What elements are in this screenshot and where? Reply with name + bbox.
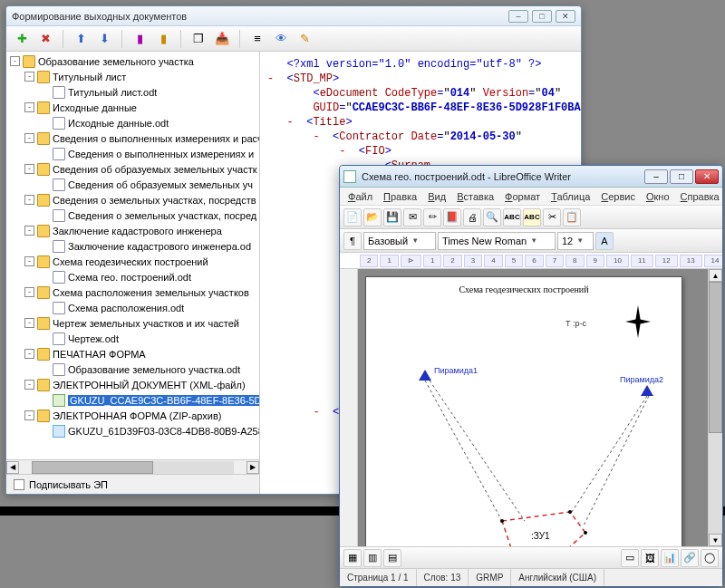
- tree-item[interactable]: -Схема расположения земельных участков: [6, 284, 259, 300]
- tree-toggle[interactable]: -: [24, 318, 34, 328]
- styles-button[interactable]: ¶: [343, 232, 362, 250]
- tree-toggle[interactable]: -: [24, 349, 34, 359]
- pdf-button[interactable]: 📕: [443, 208, 461, 227]
- save-button[interactable]: 💾: [383, 208, 401, 227]
- highlight-button[interactable]: A: [595, 232, 614, 250]
- horizontal-ruler[interactable]: 21⊳123456789101112131415161718: [340, 253, 722, 269]
- shape-button[interactable]: ◯: [701, 549, 719, 567]
- tree-item[interactable]: Схема гео. построений.odt: [6, 269, 259, 284]
- scroll-track[interactable]: [709, 282, 722, 534]
- tree-item[interactable]: Заключение кадастрового инженера.od: [6, 238, 259, 254]
- print-button[interactable]: 🖨: [463, 208, 481, 227]
- minimize-button[interactable]: –: [508, 10, 528, 23]
- columns-button[interactable]: ▥: [363, 549, 382, 567]
- font-select[interactable]: Times New Roman▼: [438, 232, 556, 250]
- tree-item[interactable]: -ПЕЧАТНАЯ ФОРМА: [6, 346, 259, 361]
- paste-button[interactable]: 📥: [212, 29, 232, 49]
- tree-item[interactable]: -Сведения об образуемых земельных участк: [6, 161, 259, 177]
- scroll-thumb[interactable]: [32, 461, 153, 474]
- menu-item[interactable]: Вид: [423, 189, 450, 204]
- document-tree[interactable]: -Образование земельного участка-Титульны…: [6, 52, 259, 459]
- edit-button[interactable]: ✏: [423, 208, 441, 227]
- maximize-button[interactable]: □: [532, 10, 552, 23]
- lo-titlebar[interactable]: Схема гео. построений.odt - LibreOffice …: [340, 166, 722, 188]
- menu-item[interactable]: Вставка: [452, 189, 498, 204]
- page-area[interactable]: Схема геодезических построений Т :р-с Пи…: [358, 269, 708, 546]
- menu-item[interactable]: Сервис: [596, 189, 640, 204]
- vertical-scrollbar[interactable]: ▲ ▼: [708, 269, 722, 546]
- tree-item[interactable]: Чертеж.odt: [6, 331, 259, 346]
- tree-toggle[interactable]: -: [24, 133, 34, 143]
- doc2-button[interactable]: ▮: [153, 29, 173, 49]
- status-words[interactable]: Слов: 13: [417, 569, 469, 586]
- lo-minimize-button[interactable]: –: [644, 169, 668, 184]
- image-button[interactable]: 🖼: [641, 549, 659, 567]
- tree-item[interactable]: Титульный лист.odt: [6, 84, 259, 100]
- tree-item[interactable]: Сведения о выполненных измерениях и: [6, 146, 259, 161]
- tree-item[interactable]: -Образование земельного участка: [6, 53, 259, 69]
- move-up-button[interactable]: ⬆: [71, 29, 91, 49]
- doc1-button[interactable]: ▮: [130, 29, 150, 49]
- rows-button[interactable]: ▤: [383, 549, 401, 567]
- tree-item[interactable]: -Титульный лист: [6, 69, 259, 84]
- open-button[interactable]: 📂: [363, 208, 382, 227]
- frame-button[interactable]: ▭: [621, 549, 639, 567]
- sign-checkbox[interactable]: [14, 479, 24, 490]
- tree-item[interactable]: -Чертеж земельных участков и их частей: [6, 315, 259, 331]
- tree-item[interactable]: Образование земельного участка.odt: [6, 361, 259, 377]
- tree-item[interactable]: GKUZU_61D39F03-03C8-4DB8-80B9-A258E: [6, 423, 259, 439]
- menu-item[interactable]: Окно: [642, 189, 674, 204]
- vertical-ruler[interactable]: [340, 269, 358, 546]
- tree-toggle[interactable]: -: [24, 195, 34, 205]
- menu-item[interactable]: Правка: [379, 189, 421, 204]
- tree-item[interactable]: -Исходные данные: [6, 100, 259, 115]
- scroll-track[interactable]: [32, 461, 234, 474]
- tree-toggle[interactable]: -: [24, 380, 34, 390]
- table-button[interactable]: ▦: [343, 549, 362, 567]
- link-button[interactable]: 🔗: [681, 549, 699, 567]
- scroll-up-button[interactable]: ▲: [709, 269, 722, 282]
- lo-close-button[interactable]: ✕: [695, 169, 719, 184]
- size-select[interactable]: 12▼: [557, 232, 594, 250]
- tree-toggle[interactable]: -: [24, 72, 34, 82]
- lo-menu-bar[interactable]: ФайлПравкаВидВставкаФорматТаблицаСервисО…: [340, 188, 722, 206]
- status-grmp[interactable]: GRMP: [469, 569, 511, 586]
- scroll-left-button[interactable]: ◀: [6, 461, 19, 474]
- scroll-right-button[interactable]: ▶: [246, 461, 259, 474]
- add-button[interactable]: ✚: [12, 29, 32, 49]
- tree-item[interactable]: -ЭЛЕКТРОННЫЙ ДОКУМЕНТ (XML-файл): [6, 377, 259, 392]
- status-lang[interactable]: Английский (США): [511, 569, 604, 586]
- new-doc-button[interactable]: 📄: [343, 208, 362, 227]
- list-button[interactable]: ≡: [247, 29, 267, 49]
- tree-item[interactable]: Схема расположения.odt: [6, 300, 259, 315]
- style-select[interactable]: Базовый▼: [363, 232, 436, 250]
- scroll-down-button[interactable]: ▼: [709, 534, 722, 546]
- cut-button[interactable]: ✂: [543, 208, 561, 227]
- status-page[interactable]: Страница 1 / 1: [340, 569, 417, 586]
- scroll-thumb[interactable]: [709, 282, 722, 433]
- edit-button[interactable]: ✎: [295, 29, 314, 49]
- menu-item[interactable]: Файл: [343, 189, 377, 204]
- tree-toggle[interactable]: -: [24, 410, 34, 420]
- menu-item[interactable]: Формат: [500, 189, 545, 204]
- tree-toggle[interactable]: -: [24, 164, 34, 174]
- tree-toggle[interactable]: -: [24, 256, 34, 266]
- mail-button[interactable]: ✉: [403, 208, 421, 227]
- tree-toggle[interactable]: -: [10, 56, 20, 66]
- tree-item[interactable]: Исходные данные.odt: [6, 115, 259, 130]
- tree-hscroll[interactable]: ◀ ▶: [6, 459, 259, 474]
- chart-button[interactable]: 📊: [661, 549, 679, 567]
- tree-item[interactable]: -ЭЛЕКТРОННАЯ ФОРМА (ZIP-архив): [6, 408, 259, 423]
- tree-item[interactable]: Сведения о земельных участках, посред: [6, 207, 259, 223]
- tree-item[interactable]: GKUZU_CCAE9C3C-BB6F-48EF-8E36-5D92: [6, 392, 259, 408]
- tree-item[interactable]: -Схема геодезических построений: [6, 254, 259, 269]
- tree-toggle[interactable]: -: [24, 102, 34, 112]
- lo-maximize-button[interactable]: □: [670, 169, 693, 184]
- menu-item[interactable]: Таблица: [546, 189, 594, 204]
- delete-button[interactable]: ✖: [35, 29, 55, 49]
- spellcheck-button[interactable]: ABC: [503, 208, 521, 227]
- tree-item[interactable]: -Сведения о земельных участках, посредст…: [6, 192, 259, 207]
- tree-toggle[interactable]: -: [24, 226, 34, 236]
- preview-button[interactable]: 🔍: [483, 208, 501, 227]
- move-down-button[interactable]: ⬇: [94, 29, 114, 49]
